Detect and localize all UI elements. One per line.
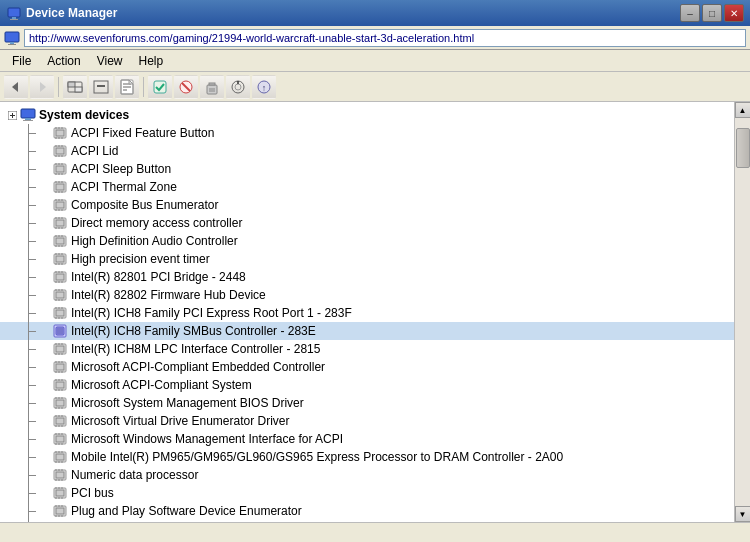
properties-button[interactable] <box>115 75 139 99</box>
device-icon <box>52 377 68 393</box>
tree-item[interactable]: ACPI Thermal Zone <box>0 178 734 196</box>
device-icon <box>52 449 68 465</box>
svg-rect-2 <box>10 19 18 20</box>
menu-help[interactable]: Help <box>131 52 172 70</box>
tree-item[interactable]: Plug and Play Software Device Enumerator <box>0 502 734 520</box>
svg-rect-94 <box>56 256 64 262</box>
svg-rect-185 <box>56 472 64 478</box>
vertical-scrollbar[interactable]: ▲ ▼ <box>734 102 750 522</box>
tree-item[interactable]: Intel(R) 82801 PCI Bridge - 2448 <box>0 268 734 286</box>
tree-item[interactable]: ACPI Sleep Button <box>0 160 734 178</box>
scroll-track[interactable] <box>735 118 751 506</box>
update-driver-button[interactable]: ↑ <box>252 75 276 99</box>
svg-rect-86 <box>56 238 64 244</box>
forward-button[interactable] <box>30 75 54 99</box>
tree-item[interactable]: Intel(R) 82802 Firmware Hub Device <box>0 286 734 304</box>
svg-rect-54 <box>56 166 64 172</box>
scan-button[interactable] <box>226 75 250 99</box>
tree-item[interactable]: ACPI Fixed Feature Button <box>0 124 734 142</box>
tree-item[interactable]: High Definition Audio Controller <box>0 232 734 250</box>
svg-rect-35 <box>25 118 31 120</box>
tree-line <box>20 448 36 466</box>
uninstall-button[interactable] <box>200 75 224 99</box>
tree-item-label: Intel(R) ICH8M LPC Interface Controller … <box>71 342 320 356</box>
collapse-button[interactable] <box>89 75 113 99</box>
svg-rect-3 <box>5 32 19 42</box>
menu-file[interactable]: File <box>4 52 39 70</box>
svg-rect-145 <box>56 382 64 388</box>
tree-item-label: ACPI Thermal Zone <box>71 180 177 194</box>
device-icon <box>52 431 68 447</box>
svg-rect-11 <box>94 81 108 93</box>
window-controls[interactable]: – □ ✕ <box>680 4 744 22</box>
enable-button[interactable] <box>148 75 172 99</box>
tree-item[interactable]: Numeric data processor <box>0 466 734 484</box>
tree-item[interactable]: Microsoft System Management BIOS Driver <box>0 394 734 412</box>
svg-rect-169 <box>56 436 64 442</box>
tree-item-label: Composite Bus Enumerator <box>71 198 218 212</box>
menu-view[interactable]: View <box>89 52 131 70</box>
device-icon <box>52 125 68 141</box>
expander-icon[interactable] <box>4 107 20 123</box>
url-input[interactable] <box>24 29 746 47</box>
svg-marker-7 <box>40 82 46 92</box>
scroll-down-arrow[interactable]: ▼ <box>735 506 751 522</box>
tree-items: ACPI Fixed Feature Button ACPI Lid ACPI … <box>0 124 734 522</box>
tree-item[interactable]: Intel(R) ICH8 Family PCI Express Root Po… <box>0 304 734 322</box>
disable-button[interactable] <box>174 75 198 99</box>
tree-item[interactable]: PCI bus <box>0 484 734 502</box>
app-icon <box>6 5 22 21</box>
device-icon <box>52 287 68 303</box>
tree-root-system-devices[interactable]: System devices <box>0 106 734 124</box>
tree-line <box>20 304 36 322</box>
tree-line <box>20 340 36 358</box>
svg-rect-201 <box>56 508 64 514</box>
device-icon <box>52 503 68 519</box>
tree-item[interactable]: Intel(R) ICH8M LPC Interface Controller … <box>0 340 734 358</box>
tree-line <box>20 322 36 340</box>
minimize-button[interactable]: – <box>680 4 700 22</box>
tree-item[interactable]: Intel(R) ICH8 Family SMBus Controller - … <box>0 322 734 340</box>
tree-item[interactable]: Composite Bus Enumerator <box>0 196 734 214</box>
tree-item[interactable]: Mobile Intel(R) PM965/GM965/GL960/GS965 … <box>0 448 734 466</box>
tree-item[interactable]: Microsoft Virtual Drive Enumerator Drive… <box>0 412 734 430</box>
menu-action[interactable]: Action <box>39 52 88 70</box>
maximize-button[interactable]: □ <box>702 4 722 22</box>
close-button[interactable]: ✕ <box>724 4 744 22</box>
device-icon <box>52 395 68 411</box>
svg-rect-161 <box>56 418 64 424</box>
back-button[interactable] <box>4 75 28 99</box>
tree-line <box>20 358 36 376</box>
tree-line <box>20 124 36 142</box>
svg-rect-78 <box>56 220 64 226</box>
tree-line <box>20 376 36 394</box>
show-hidden-button[interactable] <box>63 75 87 99</box>
address-bar <box>0 26 750 50</box>
tree-line <box>20 160 36 178</box>
tree-item[interactable]: Programmable interrupt controller <box>0 520 734 522</box>
svg-text:↑: ↑ <box>262 83 267 93</box>
tree-item[interactable]: Microsoft Windows Management Interface f… <box>0 430 734 448</box>
svg-rect-153 <box>56 400 64 406</box>
tree-item-label: Numeric data processor <box>71 468 198 482</box>
svg-rect-22 <box>209 83 215 85</box>
device-icon <box>52 233 68 249</box>
tree-item[interactable]: ACPI Lid <box>0 142 734 160</box>
scroll-thumb[interactable] <box>736 128 750 168</box>
device-icon <box>52 341 68 357</box>
device-icon <box>52 269 68 285</box>
device-tree[interactable]: System devices ACPI Fixed Feature Button… <box>0 102 734 522</box>
tree-line <box>20 502 36 520</box>
tree-item[interactable]: Direct memory access controller <box>0 214 734 232</box>
scroll-up-arrow[interactable]: ▲ <box>735 102 751 118</box>
device-icon <box>52 251 68 267</box>
tree-item-label: Microsoft System Management BIOS Driver <box>71 396 304 410</box>
tree-item[interactable]: High precision event timer <box>0 250 734 268</box>
svg-point-27 <box>235 84 241 90</box>
app-logo-icon <box>4 30 20 46</box>
svg-rect-46 <box>56 148 64 154</box>
tree-item[interactable]: Microsoft ACPI-Compliant Embedded Contro… <box>0 358 734 376</box>
tree-item[interactable]: Microsoft ACPI-Compliant System <box>0 376 734 394</box>
menu-bar: File Action View Help <box>0 50 750 72</box>
toolbar-separator-1 <box>58 77 59 97</box>
